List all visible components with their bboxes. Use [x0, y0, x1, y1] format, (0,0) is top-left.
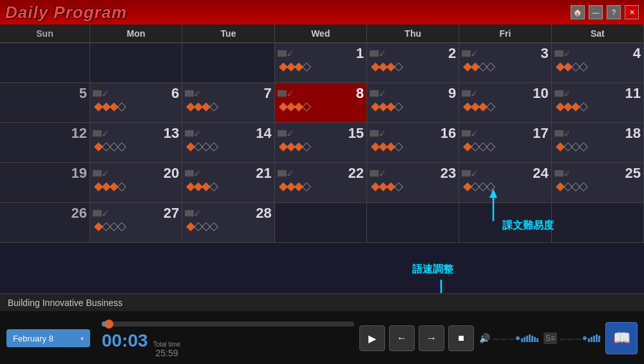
calendar-header: Sun Mon Tue Wed Thu Fri Sat: [0, 24, 644, 43]
volume-icon: 🔊: [479, 333, 490, 343]
back-button[interactable]: ←: [389, 325, 415, 351]
calendar-cell-0-0: [0, 43, 90, 82]
calendar-cell-1-6[interactable]: 🖊11: [552, 83, 644, 122]
app-title: Daily Program: [5, 3, 127, 23]
diamond-icon: [579, 142, 588, 151]
header-fri: Fri: [459, 24, 551, 43]
total-time: 25:59: [156, 348, 178, 358]
diamond-icon: [486, 182, 495, 191]
calendar-cell-3-1[interactable]: 🖊20: [90, 163, 182, 202]
calendar-cell-4-3: [275, 203, 367, 242]
calendar-cell-1-3[interactable]: 🖊8: [275, 83, 367, 122]
calendar-cell-1-2[interactable]: 🖊7: [182, 83, 274, 122]
calendar-cell-0-2: [182, 43, 274, 82]
calendar-grid: 🖊1🖊2🖊3🖊45🖊6🖊7🖊8🖊9🖊10🖊1112🖊13🖊14🖊15🖊16🖊17…: [0, 43, 644, 318]
diamond-icon: [302, 142, 311, 151]
diamond-icon: [209, 142, 218, 151]
diamond-icon: [209, 222, 218, 231]
calendar-week-4: 19🖊20🖊21🖊22🖊23🖊24🖊25: [0, 163, 644, 203]
home-button[interactable]: 🏠: [571, 5, 585, 19]
calendar-cell-2-1[interactable]: 🖊13: [90, 123, 182, 162]
calendar-cell-2-2[interactable]: 🖊14: [182, 123, 274, 162]
time-display: 00:03 Total time 25:59: [102, 330, 354, 358]
progress-bar[interactable]: [102, 321, 354, 327]
diamond-icon: [486, 62, 495, 72]
volume-section: 🔊 — — —: [479, 333, 538, 343]
calendar-cell-4-0[interactable]: 26: [0, 203, 90, 242]
calendar-cell-3-3[interactable]: 🖊22: [275, 163, 367, 202]
calendar-cell-2-6[interactable]: 🖊18: [552, 123, 644, 162]
progress-section: 00:03 Total time 25:59: [102, 319, 354, 358]
diamond-icon: [579, 62, 588, 72]
main-content: Sun Mon Tue Wed Thu Fri Sat 🖊1🖊2🖊3🖊45🖊6🖊…: [0, 24, 644, 318]
diamond-icon: [302, 182, 311, 191]
calendar-cell-3-0[interactable]: 19: [0, 163, 90, 202]
diamond-icon: [486, 102, 495, 111]
header-sat: Sat: [552, 24, 644, 43]
diamond-icon: [486, 142, 495, 151]
bottom-panel: Building Innovative Business February 8 …: [0, 293, 644, 364]
header-sun: Sun: [0, 24, 90, 43]
header-mon: Mon: [90, 24, 182, 43]
total-time-label: Total time: [153, 341, 181, 348]
calendar-cell-1-1[interactable]: 🖊6: [90, 83, 182, 122]
calendar-cell-2-3[interactable]: 🖊15: [275, 123, 367, 162]
current-time: 00:03: [102, 330, 148, 351]
diamond-icon: [302, 102, 311, 111]
diamond-icon: [209, 182, 218, 191]
diamond-icon: [394, 142, 403, 151]
diamond-icon: [117, 182, 126, 191]
diamond-icon: [117, 222, 126, 231]
calendar-cell-0-1: [90, 43, 182, 82]
header-wed: Wed: [275, 24, 367, 43]
calendar-cell-0-3[interactable]: 🖊1: [275, 43, 367, 82]
calendar-cell-4-6: [552, 203, 644, 242]
calendar-week-2: 5🖊6🖊7🖊8🖊9🖊10🖊11: [0, 83, 644, 123]
calendar-cell-1-0[interactable]: 5: [0, 83, 90, 122]
minimize-button[interactable]: —: [589, 5, 603, 19]
diamond-icon: [579, 102, 588, 111]
speed-section: S≡ — — —: [544, 332, 600, 344]
speed-icon: S≡: [544, 332, 557, 344]
calendar-week-5: 26🖊27🖊28: [0, 203, 644, 243]
calendar-cell-4-5: [459, 203, 551, 242]
header-tue: Tue: [182, 24, 274, 43]
calendar-cell-0-4[interactable]: 🖊2: [367, 43, 459, 82]
calendar-cell-2-4[interactable]: 🖊16: [367, 123, 459, 162]
calendar-cell-0-6[interactable]: 🖊4: [552, 43, 644, 82]
diamond-icon: [394, 182, 403, 191]
calendar-cell-2-5[interactable]: 🖊17: [459, 123, 551, 162]
speed-track[interactable]: — — —: [560, 334, 600, 342]
diamond-icon: [117, 102, 126, 111]
total-time-section: Total time 25:59: [153, 341, 181, 358]
help-button[interactable]: ?: [607, 5, 621, 19]
play-button[interactable]: ▶: [359, 325, 385, 351]
close-button[interactable]: ✕: [625, 5, 639, 19]
calendar-cell-3-6[interactable]: 🖊25: [552, 163, 644, 202]
calendar-cell-4-4: [367, 203, 459, 242]
calendar-cell-3-5[interactable]: 🖊24: [459, 163, 551, 202]
volume-track[interactable]: — — —: [493, 334, 538, 342]
calendar-cell-3-2[interactable]: 🖊21: [182, 163, 274, 202]
calendar-cell-2-0[interactable]: 12: [0, 123, 90, 162]
calendar-cell-4-1[interactable]: 🖊27: [90, 203, 182, 242]
date-selector[interactable]: February 8 ▾: [6, 329, 90, 347]
diamond-icon: [394, 62, 403, 72]
stop-button[interactable]: ■: [448, 325, 474, 351]
calendar-cell-0-5[interactable]: 🖊3: [459, 43, 551, 82]
calendar-week-1: 🖊1🖊2🖊3🖊4: [0, 43, 644, 83]
calendar-cell-4-2[interactable]: 🖊28: [182, 203, 274, 242]
calendar-week-3: 12🖊13🖊14🖊15🖊16🖊17🖊18: [0, 123, 644, 163]
diamond-icon: [117, 142, 126, 151]
header-thu: Thu: [367, 24, 459, 43]
calendar-cell-3-4[interactable]: 🖊23: [367, 163, 459, 202]
calendar-cell-1-4[interactable]: 🖊9: [367, 83, 459, 122]
diamond-icon: [579, 182, 588, 191]
book-button[interactable]: 📖: [605, 322, 638, 354]
bottom-controls: February 8 ▾ 00:03 Total time 25:59 ▶ ← …: [0, 311, 644, 364]
calendar-cell-1-5[interactable]: 🖊10: [459, 83, 551, 122]
diamond-icon: [302, 62, 311, 72]
progress-dot: [104, 320, 113, 329]
forward-button[interactable]: →: [419, 325, 444, 351]
title-bar: Daily Program 🏠 — ? ✕: [0, 0, 644, 24]
